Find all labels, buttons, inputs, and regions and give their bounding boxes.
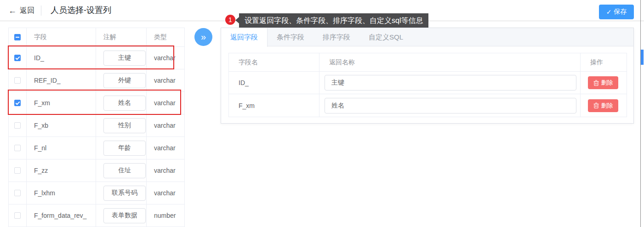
return-fields-table: 字段名 返回名称 操作 ID_ 删除 F_xm <box>228 53 627 117</box>
field-type: varchar <box>147 92 184 114</box>
table-row: REF_ID_ varchar <box>9 69 184 92</box>
return-name-input[interactable] <box>325 98 576 114</box>
table-row: F_xm varchar <box>9 92 184 114</box>
column-header-comment: 注解 <box>96 28 147 46</box>
field-type: varchar <box>147 137 184 159</box>
field-name: F_lxhm <box>27 182 96 204</box>
return-name-input[interactable] <box>325 75 576 91</box>
comment-input[interactable] <box>103 141 146 156</box>
back-arrow-icon: ← <box>8 6 17 16</box>
back-label: 返回 <box>20 6 34 16</box>
field-name: F_xm <box>27 92 96 114</box>
field-type: varchar <box>147 69 184 91</box>
row-checkbox[interactable] <box>14 100 21 106</box>
tab-condition-fields[interactable]: 条件字段 <box>268 28 313 46</box>
field-name: F_zz <box>27 159 96 182</box>
delete-label: 删除 <box>601 102 613 110</box>
page-title: 人员选择-设置列 <box>51 5 111 16</box>
comment-input[interactable] <box>103 186 146 201</box>
select-all-checkbox[interactable] <box>14 34 21 40</box>
table-row: F_xb varchar <box>9 114 184 137</box>
row-checkbox[interactable] <box>14 190 21 196</box>
fields-table-header: 字段 注解 类型 <box>9 28 184 47</box>
double-chevron-right-icon: » <box>201 32 206 42</box>
check-icon: ✓ <box>606 8 612 16</box>
column-header-field: 字段 <box>27 28 96 46</box>
save-label: 保存 <box>614 8 627 16</box>
page: ← 返回 人员选择-设置列 ✓ 保存 字段 注解 类型 ID_ varchar … <box>0 0 644 227</box>
column-header-return-name: 返回名称 <box>319 53 581 71</box>
delete-button[interactable]: 删除 <box>588 99 618 112</box>
field-type: varchar <box>147 114 184 136</box>
field-name: ID_ <box>27 47 96 69</box>
comment-input[interactable] <box>103 51 146 66</box>
row-checkbox[interactable] <box>14 145 21 151</box>
scrollbar-thumb[interactable] <box>641 50 644 65</box>
expand-panel-button[interactable]: » <box>194 28 212 46</box>
row-checkbox[interactable] <box>14 167 21 174</box>
column-header-type: 类型 <box>147 28 184 46</box>
field-type: number <box>147 204 184 227</box>
tab-bar: 返回字段 条件字段 排序字段 自定义SQL <box>221 28 633 46</box>
tooltip-arrow <box>235 17 239 23</box>
scrollbar-track[interactable] <box>640 0 641 227</box>
table-row: F_xm 删除 <box>229 94 627 117</box>
table-row: F_nl varchar <box>9 137 184 159</box>
annotation-tooltip: 设置返回字段、条件字段、排序字段、自定义sql等信息 <box>239 13 428 28</box>
field-name: ID_ <box>229 72 319 94</box>
field-type: varchar <box>147 159 184 182</box>
comment-input[interactable] <box>103 96 146 111</box>
table-row: F_lxhm varchar <box>9 182 184 204</box>
return-table-header: 字段名 返回名称 操作 <box>229 53 627 72</box>
comment-input[interactable] <box>103 73 146 88</box>
header-divider <box>41 6 41 16</box>
trash-icon <box>593 80 599 86</box>
table-row: ID_ varchar <box>9 47 184 69</box>
trash-icon <box>593 102 599 108</box>
back-button[interactable]: ← 返回 <box>8 5 34 16</box>
tab-return-fields[interactable]: 返回字段 <box>221 28 268 47</box>
field-name: F_xb <box>27 114 96 136</box>
table-row: ID_ 删除 <box>229 72 627 94</box>
tab-sort-fields[interactable]: 排序字段 <box>313 28 359 46</box>
row-checkbox[interactable] <box>14 55 21 61</box>
field-name: F_form_data_rev_ <box>27 204 96 227</box>
row-checkbox[interactable] <box>14 212 21 219</box>
comment-input[interactable] <box>103 118 146 133</box>
table-row: F_form_data_rev_ number <box>9 204 184 227</box>
delete-label: 删除 <box>601 79 613 87</box>
tab-custom-sql[interactable]: 自定义SQL <box>359 28 412 46</box>
step-badge: 1 <box>225 15 235 25</box>
table-row: F_zz varchar <box>9 159 184 182</box>
fields-table: 字段 注解 类型 ID_ varchar REF_ID_ varchar F_x… <box>8 28 185 227</box>
save-button[interactable]: ✓ 保存 <box>599 5 634 19</box>
comment-input[interactable] <box>103 208 146 223</box>
settings-card: 返回字段 条件字段 排序字段 自定义SQL 字段名 返回名称 操作 ID_ 删除 <box>221 28 634 124</box>
column-header-action: 操作 <box>581 53 627 71</box>
row-checkbox[interactable] <box>14 77 21 84</box>
field-type: varchar <box>147 182 184 204</box>
field-type: varchar <box>147 47 184 69</box>
comment-input[interactable] <box>103 163 146 178</box>
field-name: F_nl <box>27 137 96 159</box>
field-name: REF_ID_ <box>27 69 96 91</box>
row-checkbox[interactable] <box>14 122 21 129</box>
field-name: F_xm <box>229 94 319 117</box>
column-header-field-name: 字段名 <box>229 53 319 71</box>
delete-button[interactable]: 删除 <box>588 76 618 89</box>
